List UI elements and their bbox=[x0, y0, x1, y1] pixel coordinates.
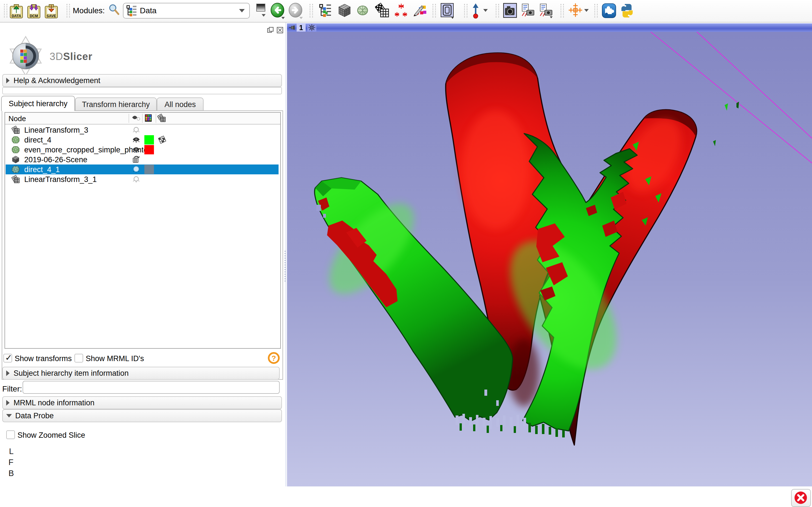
toolbar-separator bbox=[310, 4, 313, 17]
slicer-logo-text: 3DSlicer bbox=[50, 51, 93, 62]
python-console-button[interactable] bbox=[620, 3, 635, 18]
module-panel: 3DSlicer Help & Acknowledgement Subject … bbox=[0, 22, 284, 507]
scene-camera-icon bbox=[539, 3, 554, 18]
scene-view-restore-button[interactable] bbox=[539, 3, 554, 18]
extensions-manager-button[interactable] bbox=[602, 3, 616, 18]
toolbar-separator bbox=[464, 4, 467, 17]
save-button[interactable]: SAVE bbox=[43, 3, 59, 18]
tab-all-nodes[interactable]: All nodes bbox=[157, 98, 204, 111]
filter-input[interactable] bbox=[22, 381, 280, 394]
view-settings-button[interactable] bbox=[307, 24, 316, 32]
module-models-button[interactable] bbox=[355, 3, 370, 18]
chevron-down-icon[interactable] bbox=[483, 9, 488, 12]
color-swatch[interactable] bbox=[144, 165, 154, 174]
tree-row-lineartransform-3-1[interactable]: LinearTransform_3_1 bbox=[6, 174, 278, 184]
data-probe-section[interactable]: Data Probe bbox=[2, 409, 282, 422]
data-clipboard-icon: DATA bbox=[8, 3, 24, 18]
color-swatch[interactable] bbox=[144, 135, 154, 145]
module-search-button[interactable] bbox=[108, 3, 120, 18]
pin-icon[interactable] bbox=[289, 24, 296, 31]
item-information-section[interactable]: Subject hierarchy item information bbox=[2, 367, 280, 380]
3d-scene[interactable] bbox=[287, 23, 812, 487]
tab-subject-hierarchy[interactable]: Subject hierarchy bbox=[1, 96, 75, 111]
tree-row-direct-4-1[interactable]: direct_4_1 bbox=[6, 165, 278, 174]
green-sphere-icon bbox=[355, 3, 370, 18]
extensions-puzzle-icon bbox=[602, 3, 616, 18]
splitter-handle[interactable] bbox=[285, 251, 287, 282]
toolbar-separator bbox=[66, 4, 70, 17]
transform-node-icon bbox=[11, 126, 20, 134]
model-node-icon bbox=[11, 145, 20, 154]
toolbar-separator bbox=[594, 4, 598, 17]
svg-text:DCM: DCM bbox=[30, 14, 38, 18]
collapse-arrow-icon bbox=[6, 371, 10, 376]
chevron-down-icon bbox=[239, 9, 245, 12]
toolbar-separator bbox=[433, 4, 436, 17]
error-close-icon bbox=[792, 490, 809, 506]
crosshair-icon bbox=[568, 3, 582, 18]
status-bar bbox=[0, 487, 812, 507]
history-back-button[interactable] bbox=[270, 3, 286, 18]
scene-view-capture-button[interactable] bbox=[521, 3, 536, 18]
threed-viewport[interactable]: 1 bbox=[287, 23, 812, 487]
load-dicom-button[interactable]: DCM bbox=[26, 3, 41, 18]
mrml-node-information-section[interactable]: MRML node information bbox=[2, 396, 282, 409]
visibility-off-icon[interactable] bbox=[132, 175, 140, 183]
undock-panel-button[interactable] bbox=[267, 26, 274, 34]
dicom-clipboard-icon: DCM bbox=[26, 3, 41, 18]
crosshair-button[interactable] bbox=[568, 3, 582, 18]
help-button[interactable]: ? bbox=[268, 352, 280, 364]
module-transforms-button[interactable] bbox=[375, 3, 390, 18]
layout-icon bbox=[441, 3, 455, 19]
visibility-on-icon[interactable] bbox=[132, 135, 140, 144]
module-volumes-button[interactable] bbox=[337, 3, 352, 18]
module-selector[interactable]: Data bbox=[123, 3, 250, 18]
scene-visibility-icon[interactable] bbox=[132, 155, 140, 164]
main-toolbar: DATA DCM SAVE Modules: bbox=[0, 0, 812, 22]
visibility-off-icon[interactable] bbox=[132, 126, 140, 134]
view-controller-bar: 1 bbox=[287, 23, 812, 32]
chevron-down-icon[interactable] bbox=[584, 9, 589, 12]
tab-transform-hierarchy[interactable]: Transform hierarchy bbox=[75, 98, 157, 111]
search-icon bbox=[108, 3, 120, 17]
module-editor-button[interactable] bbox=[412, 3, 427, 18]
layout-selector-button[interactable] bbox=[441, 3, 455, 18]
section-title: Subject hierarchy item information bbox=[13, 369, 129, 378]
module-history-button[interactable] bbox=[255, 3, 266, 18]
subject-hierarchy-tree[interactable]: Node bbox=[4, 112, 281, 349]
color-swatch[interactable] bbox=[144, 145, 154, 154]
toolbar-separator bbox=[496, 4, 499, 17]
history-forward-button[interactable] bbox=[288, 3, 304, 18]
load-data-button[interactable]: DATA bbox=[8, 3, 24, 18]
visibility-partial-icon[interactable] bbox=[132, 165, 140, 173]
color-column-icon bbox=[144, 114, 152, 122]
svg-text:DATA: DATA bbox=[11, 14, 21, 18]
forward-arrow-icon bbox=[288, 3, 304, 20]
tree-row-even-more-cropped[interactable]: even_more_cropped_simple_phantom bbox=[6, 145, 278, 155]
transform-badge-icon[interactable] bbox=[158, 135, 166, 144]
show-transforms-checkbox[interactable]: ✓ bbox=[3, 354, 12, 362]
module-annotations-button[interactable] bbox=[394, 3, 408, 18]
tree-row-direct-4[interactable]: direct_4 bbox=[6, 135, 278, 145]
module-tree-icon bbox=[126, 4, 137, 17]
collapse-arrow-icon bbox=[6, 78, 10, 83]
show-mrml-ids-checkbox[interactable] bbox=[74, 354, 83, 362]
help-acknowledgement-section[interactable]: Help & Acknowledgement bbox=[2, 74, 282, 87]
visibility-on-icon[interactable] bbox=[132, 145, 140, 154]
toolbar-separator bbox=[4, 4, 7, 17]
error-log-button[interactable] bbox=[791, 489, 811, 507]
show-zoomed-slice-checkbox[interactable] bbox=[6, 431, 15, 439]
module-subject-hierarchy-button[interactable] bbox=[319, 3, 332, 18]
orientation-letter-l: L bbox=[9, 447, 13, 456]
close-panel-button[interactable] bbox=[276, 26, 284, 34]
show-mrml-ids-label: Show MRML ID's bbox=[86, 354, 144, 363]
mouse-mode-fiducial-button[interactable] bbox=[470, 3, 481, 18]
mesh-fragments bbox=[713, 102, 739, 146]
python-icon bbox=[620, 3, 635, 18]
model-node-icon bbox=[11, 165, 20, 174]
tree-row-lineartransform-3[interactable]: LinearTransform_3 bbox=[6, 125, 278, 135]
tree-row-scene[interactable]: 2019-06-26-Scene bbox=[6, 155, 278, 165]
show-zoomed-slice-label: Show Zoomed Slice bbox=[17, 431, 85, 440]
collapse-arrow-icon bbox=[6, 400, 10, 406]
screenshot-button[interactable] bbox=[503, 3, 517, 18]
